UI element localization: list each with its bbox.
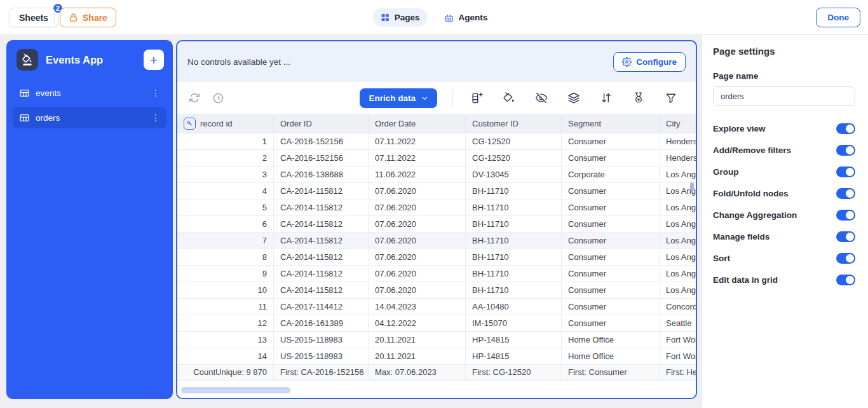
toggle-switch[interactable] [836,145,855,156]
kebab-menu-icon[interactable]: ⋮ [151,113,160,122]
table-cell[interactable]: 11.06.2022 [369,167,466,182]
table-cell[interactable]: CA-2016-152156 [274,150,369,166]
table-cell[interactable]: Consumer [562,133,660,149]
table-cell[interactable]: BH-11710 [466,216,562,232]
table-cell[interactable]: 2 [177,150,274,166]
kebab-menu-icon[interactable]: ⋮ [151,88,160,97]
table-cell[interactable]: 13 [177,332,274,348]
table-cell[interactable]: CA-2014-115812 [274,216,369,232]
column-header-record-id[interactable]: record id [177,114,274,133]
table-cell[interactable]: AA-10480 [466,299,562,315]
table-row[interactable]: 4CA-2014-11581207.06.2020BH-11710Consume… [177,183,696,200]
table-cell[interactable]: Home Office [562,348,660,364]
table-cell[interactable]: Consumer [562,216,660,232]
table-cell[interactable]: Consumer [562,315,660,331]
table-cell[interactable]: Fort Worth [660,332,696,348]
table-row[interactable]: 6CA-2014-11581207.06.2020BH-11710Consume… [177,216,696,233]
table-cell[interactable]: BH-11710 [466,233,562,248]
table-row[interactable]: 11CA-2017-11441214.04.2023AA-10480Consum… [177,299,696,315]
table-cell[interactable]: Los Angeles [660,249,696,265]
share-button[interactable]: Share [60,8,116,27]
table-cell[interactable]: CA-2014-115812 [274,233,369,248]
table-cell[interactable]: Concord [660,299,696,315]
toggle-switch[interactable] [836,167,855,177]
medal-icon[interactable] [632,92,645,104]
table-cell[interactable]: CA-2016-138688 [274,167,369,182]
table-cell[interactable]: 5 [177,200,274,215]
table-cell[interactable]: 07.06.2020 [369,233,466,248]
table-cell[interactable]: CA-2014-115812 [274,249,369,265]
table-cell[interactable]: CA-2014-115812 [274,282,369,298]
aggregation-cell[interactable]: First: Henderson [660,365,696,380]
table-row[interactable]: 9CA-2014-11581207.06.2020BH-11710Consume… [177,266,696,282]
table-cell[interactable]: Los Angeles [660,282,696,298]
table-cell[interactable]: Consumer [562,183,660,199]
table-cell[interactable]: 8 [177,249,274,265]
table-cell[interactable]: BH-11710 [466,282,562,298]
table-cell[interactable]: Consumer [562,200,660,215]
table-cell[interactable]: 04.12.2022 [369,315,466,331]
toggle-switch[interactable] [836,253,855,264]
column-header-order-date[interactable]: Order Date [369,114,466,133]
history-icon[interactable] [212,92,224,104]
table-cell[interactable]: CG-12520 [466,150,562,166]
filter-icon[interactable] [665,92,677,104]
table-cell[interactable]: 6 [177,216,274,232]
table-row[interactable]: 13US-2015-11898320.11.2021HP-14815Home O… [177,332,696,348]
table-cell[interactable]: Seattle [660,315,696,331]
table-cell[interactable]: 20.11.2021 [369,348,466,364]
table-cell[interactable]: Los Angeles [660,266,696,282]
sidebar-item-orders[interactable]: orders ⋮ [13,107,166,128]
table-cell[interactable]: Consumer [562,299,660,315]
aggregation-cell[interactable]: First: CG-12520 [466,365,562,380]
table-cell[interactable]: Consumer [562,282,660,298]
table-cell[interactable]: 07.06.2020 [369,200,466,215]
table-cell[interactable]: Consumer [562,233,660,248]
add-page-button[interactable]: + [144,50,164,70]
tab-pages[interactable]: Pages [373,8,428,27]
table-cell[interactable]: 07.11.2022 [369,133,466,149]
table-cell[interactable]: 07.06.2020 [369,249,466,265]
table-cell[interactable]: 1 [177,133,274,149]
table-cell[interactable]: 9 [177,266,274,282]
table-cell[interactable]: Los Angeles [660,216,696,232]
table-cell[interactable]: BH-11710 [466,249,562,265]
refresh-icon[interactable] [189,92,200,104]
table-row[interactable]: 2CA-2016-15215607.11.2022CG-12520Consume… [177,150,696,167]
table-cell[interactable]: BH-11710 [466,200,562,215]
sort-icon[interactable] [600,92,613,104]
table-cell[interactable]: Home Office [562,332,660,348]
table-cell[interactable]: BH-11710 [466,183,562,199]
table-cell[interactable]: Consumer [562,150,660,166]
table-cell[interactable]: Corporate [562,167,660,182]
column-header-city[interactable]: City [660,114,696,133]
table-cell[interactable]: Fort Worth [660,348,696,364]
add-column-icon[interactable] [470,92,483,104]
done-button[interactable]: Done [816,8,860,27]
aggregation-cell[interactable]: CountUnique: 9 870 [177,365,274,380]
table-cell[interactable]: CA-2016-152156 [274,133,369,149]
layers-icon[interactable] [567,92,580,104]
tab-agents[interactable]: Agents [437,8,496,27]
table-row[interactable]: 1CA-2016-15215607.11.2022CG-12520Consume… [177,133,696,150]
table-cell[interactable]: CA-2014-115812 [274,200,369,215]
toggle-switch[interactable] [836,231,855,242]
aggregation-cell[interactable]: Max: 07.06.2023 [369,365,466,380]
table-cell[interactable]: 12 [177,315,274,331]
table-cell[interactable]: 11 [177,299,274,315]
table-cell[interactable]: CA-2016-161389 [274,315,369,331]
table-cell[interactable]: 20.11.2021 [369,332,466,348]
column-header-segment[interactable]: Segment [562,114,660,133]
table-cell[interactable]: CA-2014-115812 [274,183,369,199]
table-cell[interactable]: CA-2017-114412 [274,299,369,315]
table-cell[interactable]: CG-12520 [466,133,562,149]
toggle-switch[interactable] [836,188,855,199]
table-cell[interactable]: 4 [177,183,274,199]
table-cell[interactable]: 3 [177,167,274,182]
enrich-data-button[interactable]: Enrich data [360,88,437,108]
table-cell[interactable]: Consumer [562,249,660,265]
table-row[interactable]: 3CA-2016-13868811.06.2022DV-13045Corpora… [177,167,696,183]
table-row[interactable]: 5CA-2014-11581207.06.2020BH-11710Consume… [177,200,696,216]
table-cell[interactable]: Consumer [562,266,660,282]
table-cell[interactable]: CA-2014-115812 [274,266,369,282]
